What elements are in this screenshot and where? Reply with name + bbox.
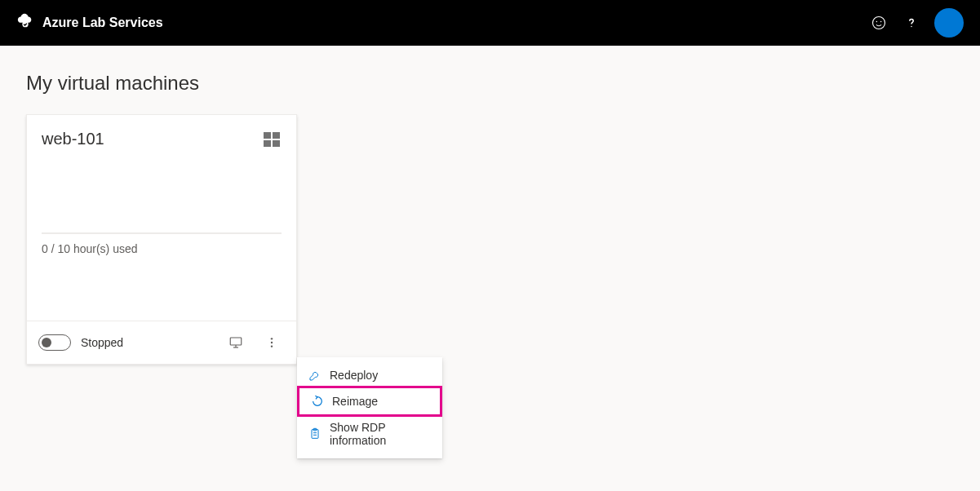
svg-point-13 <box>271 342 273 343</box>
vm-status: Stopped <box>81 336 123 349</box>
menu-item-redeploy[interactable]: Redeploy <box>297 362 442 388</box>
vm-card: web-101 0 / 10 hour(s) used <box>26 114 297 365</box>
svg-rect-7 <box>264 140 271 147</box>
user-avatar[interactable] <box>934 8 964 38</box>
svg-point-4 <box>911 26 912 28</box>
reset-icon <box>311 395 324 408</box>
clipboard-icon <box>308 427 321 440</box>
svg-point-1 <box>873 17 885 29</box>
help-icon[interactable] <box>895 7 928 39</box>
svg-rect-9 <box>230 338 242 345</box>
menu-label: Reimage <box>332 395 378 408</box>
svg-point-2 <box>876 21 878 23</box>
usage-progress <box>42 232 282 234</box>
menu-item-show-rdp[interactable]: Show RDP information <box>297 414 442 453</box>
vm-name: web-101 <box>42 130 104 148</box>
product-title: Azure Lab Services <box>42 15 163 30</box>
svg-rect-6 <box>273 132 280 139</box>
more-options-icon[interactable] <box>259 330 285 356</box>
svg-point-12 <box>271 338 273 339</box>
main-content: My virtual machines web-101 <box>0 46 980 365</box>
windows-icon <box>262 130 282 153</box>
menu-label: Show RDP information <box>330 421 431 447</box>
top-navigation-bar: Azure Lab Services <box>0 0 980 46</box>
vm-card-footer: Stopped <box>27 321 296 364</box>
menu-label: Redeploy <box>330 369 378 382</box>
menu-item-reimage[interactable]: Reimage <box>297 386 442 417</box>
feedback-icon[interactable] <box>862 7 895 39</box>
svg-point-14 <box>271 345 273 347</box>
usage-text: 0 / 10 hour(s) used <box>42 242 282 255</box>
azure-lab-logo-icon <box>16 12 34 33</box>
svg-rect-8 <box>273 140 280 147</box>
vm-context-menu: Redeploy Reimage <box>297 357 442 458</box>
svg-point-3 <box>880 21 882 23</box>
brand: Azure Lab Services <box>16 12 163 33</box>
connect-icon[interactable] <box>223 330 249 356</box>
power-toggle[interactable] <box>38 334 71 351</box>
svg-rect-5 <box>264 132 271 139</box>
wrench-icon <box>308 369 321 382</box>
page-title: My virtual machines <box>26 72 954 95</box>
